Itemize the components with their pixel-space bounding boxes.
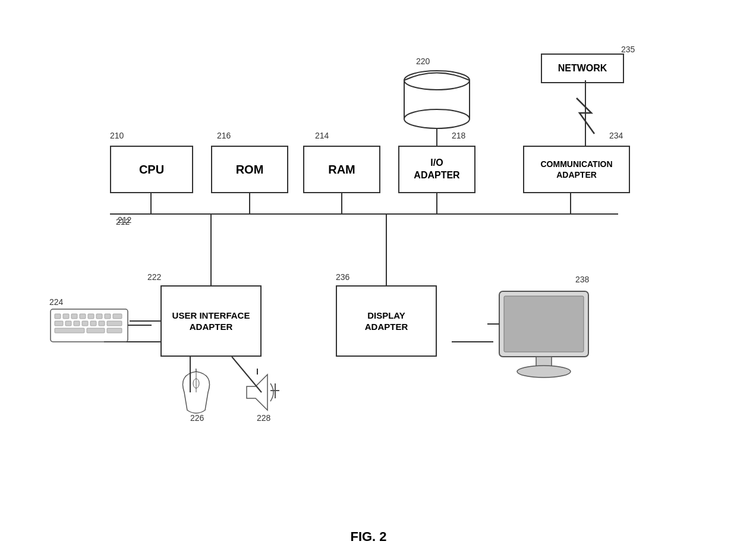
svg-rect-33	[90, 321, 96, 326]
svg-rect-26	[96, 314, 102, 319]
ref-226: 226	[190, 413, 204, 423]
display-adapter-box: DISPLAYADAPTER	[336, 285, 437, 357]
ref-220: 220	[416, 56, 430, 66]
keyboard-svg	[48, 303, 155, 351]
bottom-lines-svg	[0, 0, 737, 523]
svg-point-49	[517, 366, 571, 377]
ref-224: 224	[49, 297, 63, 307]
ref-228: 228	[257, 413, 270, 423]
svg-rect-32	[82, 321, 88, 326]
svg-rect-31	[74, 321, 80, 326]
ref-210: 210	[110, 131, 124, 140]
ref-238: 238	[575, 275, 589, 284]
ref-214: 214	[315, 131, 329, 140]
bus-ref-label: 212	[116, 217, 130, 226]
monitor-svg	[487, 285, 606, 392]
network-box: NETWORK	[541, 54, 624, 83]
rom-box: ROM	[211, 146, 288, 193]
ref-216: 216	[217, 131, 231, 140]
svg-rect-23	[71, 314, 77, 319]
svg-point-15	[404, 71, 470, 90]
svg-rect-25	[88, 314, 94, 319]
diagram: CPU 210 212 ROM 216 RAM 214 I/OADAPTER 2…	[0, 0, 737, 523]
comm-adapter-box: COMMUNICATIONADAPTER	[523, 146, 630, 193]
ui-adapter-box: USER INTERFACEADAPTER	[160, 285, 262, 357]
svg-rect-36	[55, 328, 84, 333]
disk-storage-svg	[392, 59, 481, 137]
svg-point-18	[404, 109, 470, 128]
ref-236: 236	[336, 272, 349, 282]
figure-label: FIG. 2	[0, 529, 737, 545]
cpu-box: CPU	[110, 146, 193, 193]
connection-lines	[0, 0, 737, 523]
svg-rect-37	[87, 328, 105, 333]
network-conn-svg	[559, 80, 618, 152]
svg-rect-24	[80, 314, 86, 319]
svg-rect-34	[99, 321, 105, 326]
svg-rect-27	[105, 314, 111, 319]
svg-rect-47	[504, 296, 584, 352]
svg-rect-21	[55, 314, 61, 319]
svg-rect-38	[107, 328, 122, 333]
svg-rect-30	[65, 321, 71, 326]
io-adapter-box: I/OADAPTER	[398, 146, 475, 193]
svg-rect-28	[113, 314, 122, 319]
svg-rect-22	[63, 314, 69, 319]
ref-222: 222	[147, 272, 161, 282]
ref-235: 235	[621, 45, 635, 54]
ram-box: RAM	[303, 146, 380, 193]
svg-marker-42	[247, 375, 267, 410]
svg-rect-29	[55, 321, 63, 326]
svg-rect-35	[107, 321, 122, 326]
